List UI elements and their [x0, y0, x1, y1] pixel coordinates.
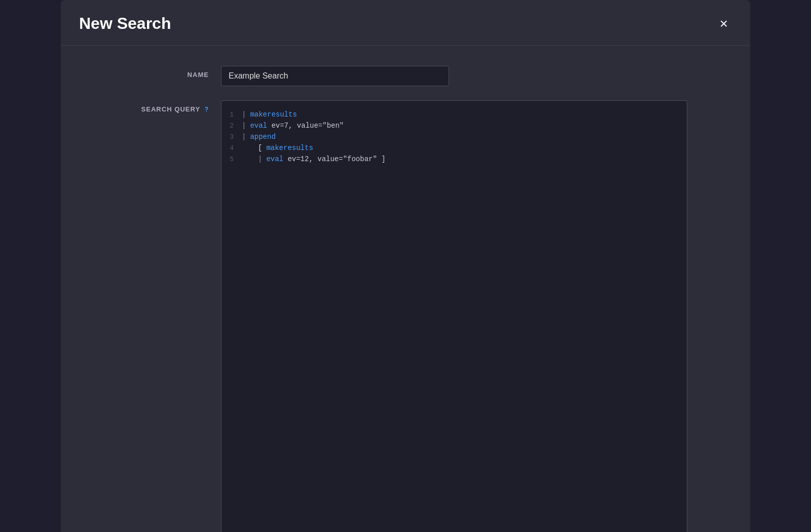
search-query-help-icon[interactable]: ?	[205, 106, 209, 113]
modal-title: New Search	[79, 14, 171, 33]
code-plain-eval-1: ev=7, value="ben"	[267, 122, 344, 130]
code-line-1: 1 | makeresults	[222, 109, 687, 120]
name-row: NAME	[79, 66, 732, 86]
code-keyword-makeresults-1: makeresults	[250, 110, 297, 119]
modal-body: NAME SEARCH QUERY ? 1 | makeresults	[61, 46, 750, 532]
code-keyword-eval-2: eval	[266, 155, 283, 163]
line-number-4: 4	[222, 144, 242, 152]
code-line-2: 2 | eval ev=7, value="ben"	[222, 120, 687, 131]
line-number-1: 1	[222, 111, 242, 119]
code-keyword-append: append	[250, 133, 275, 141]
name-label: NAME	[79, 66, 221, 79]
code-line-5: 5 | eval ev=12, value="foobar" ]	[222, 154, 687, 165]
code-editor-wrapper: 1 | makeresults 2 | eval ev=7, value="be…	[221, 100, 687, 532]
code-plain-eval-2: ev=12, value="foobar" ]	[283, 155, 386, 163]
code-keyword-eval-1: eval	[250, 122, 267, 130]
line-number-2: 2	[222, 122, 242, 130]
name-input-wrapper	[221, 66, 449, 86]
search-query-row: SEARCH QUERY ? 1 | makeresults 2 | eval	[79, 100, 732, 532]
search-query-label: SEARCH QUERY ?	[79, 100, 221, 113]
name-input[interactable]	[221, 66, 449, 86]
line-number-5: 5	[222, 156, 242, 163]
code-line-4: 4 [ makeresults	[222, 142, 687, 154]
code-line-3: 3 | append	[222, 131, 687, 142]
code-keyword-makeresults-2: makeresults	[266, 144, 313, 152]
line-number-3: 3	[222, 133, 242, 141]
modal-header: New Search ×	[61, 0, 750, 46]
close-button[interactable]: ×	[716, 15, 732, 33]
new-search-modal: New Search × NAME SEARCH QUERY ? 1 |	[61, 0, 750, 532]
code-editor[interactable]: 1 | makeresults 2 | eval ev=7, value="be…	[221, 100, 687, 532]
